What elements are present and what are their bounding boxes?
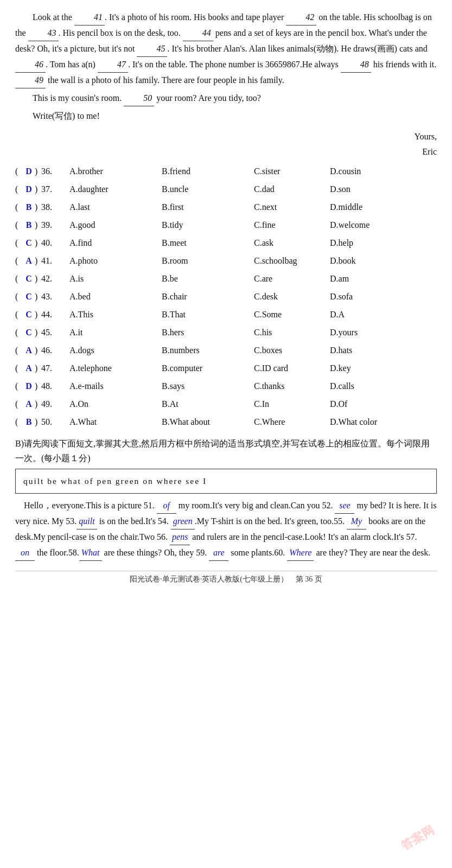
answer-row: ( C ) 43. A.bed B.chair C.desk D.sofa: [15, 288, 437, 305]
blank-59: are: [209, 545, 228, 561]
option-c: C.sister: [254, 163, 330, 180]
paren-right: ): [35, 288, 40, 305]
option-c: C.Where: [254, 413, 330, 431]
paren-right: ): [35, 378, 40, 395]
option-c: C.Some: [254, 306, 330, 323]
passage-paragraph-2: This is my cousin's room. 50 your room? …: [15, 91, 437, 106]
option-a: A.What: [69, 413, 162, 431]
option-c: C.boxes: [254, 342, 330, 359]
paren-left: (: [15, 413, 23, 431]
answer-letter: A: [23, 395, 35, 413]
option-d: D.book: [330, 252, 356, 270]
answer-row: ( C ) 45. A.it B.hers C.his D.yours: [15, 324, 437, 341]
paren-right: ): [35, 234, 40, 252]
option-b: B.first: [162, 199, 254, 216]
signature: Yours,: [15, 129, 437, 144]
paren-left: (: [15, 360, 23, 377]
option-c: C.his: [254, 324, 330, 341]
paren-right: ): [35, 181, 40, 198]
blank-45: 45: [137, 41, 167, 57]
option-d: D.help: [330, 234, 353, 252]
answer-letter: C: [23, 324, 35, 341]
option-b: B.friend: [162, 163, 254, 180]
option-d: D.welcome: [330, 216, 370, 234]
option-b: B.meet: [162, 234, 254, 252]
answer-letter: A: [23, 360, 35, 377]
option-b: B.tidy: [162, 216, 254, 234]
paren-left: (: [15, 181, 23, 198]
watermark: 答案网: [398, 822, 437, 854]
item-num: 50.: [41, 413, 69, 431]
option-b: B.What about: [162, 413, 254, 431]
section-b-passage: Hello，everyone.This is a picture 51. of …: [15, 498, 437, 561]
section-b: B)请先阅读下面短文,掌握其大意,然后用方框中所给词的适当形式填空,并写在试卷上…: [15, 436, 437, 561]
item-num: 44.: [41, 306, 69, 323]
option-b: B.hers: [162, 324, 254, 341]
item-num: 45.: [41, 324, 69, 341]
passage-section: Look at the 41 . It's a photo of his roo…: [15, 10, 437, 159]
option-a: A.telephone: [69, 360, 162, 377]
answer-row: ( A ) 41. A.photo B.room C.schoolbag D.b…: [15, 252, 437, 270]
blank-58: What: [79, 545, 102, 561]
answer-letter: A: [23, 342, 35, 359]
paren-right: ): [35, 163, 40, 180]
paren-left: (: [15, 288, 23, 305]
option-a: A.photo: [69, 252, 162, 270]
option-b: B.computer: [162, 360, 254, 377]
answer-grid: ( D ) 36. A.brother B.friend C.sister D.…: [15, 163, 437, 431]
option-b: B.room: [162, 252, 254, 270]
paren-right: ): [35, 413, 40, 431]
paren-right: ): [35, 270, 40, 288]
answer-row: ( C ) 42. A.is B.be C.are D.am: [15, 270, 437, 288]
option-a: A.last: [69, 199, 162, 216]
item-num: 36.: [41, 163, 69, 180]
option-b: B.uncle: [162, 181, 254, 198]
blank-56: pens: [170, 529, 190, 545]
option-d: D.am: [330, 270, 349, 288]
answer-letter: C: [23, 288, 35, 305]
option-d: D.calls: [330, 378, 354, 395]
option-c: C.fine: [254, 216, 330, 234]
answer-letter: C: [23, 306, 35, 323]
option-d: D.Of: [330, 395, 347, 413]
option-a: A.This: [69, 306, 162, 323]
blank-54: green: [171, 514, 195, 529]
answer-row: ( B ) 50. A.What B.What about C.Where D.…: [15, 413, 437, 431]
option-d: D.What color: [330, 413, 377, 431]
paren-left: (: [15, 234, 23, 252]
paren-left: (: [15, 216, 23, 234]
answer-letter: D: [23, 181, 35, 198]
option-b: B.says: [162, 378, 254, 395]
option-b: B.be: [162, 270, 254, 288]
option-a: A.bed: [69, 288, 162, 305]
blank-46: 46: [15, 57, 46, 73]
option-d: D.cousin: [330, 163, 361, 180]
answer-row: ( B ) 39. A.good B.tidy C.fine D.welcome: [15, 216, 437, 234]
paren-right: ): [35, 306, 40, 323]
blank-55: My: [347, 514, 366, 529]
section-b-title: B)请先阅读下面短文,掌握其大意,然后用方框中所给词的适当形式填空,并写在试卷上…: [15, 436, 437, 465]
paren-left: (: [15, 252, 23, 270]
option-d: D.sofa: [330, 288, 353, 305]
footer: 阳光试卷·单元测试卷·英语人教版(七年级上册） 第 36 页: [15, 571, 437, 584]
option-c: C.are: [254, 270, 330, 288]
option-c: C.ID card: [254, 360, 330, 377]
blank-47: 47: [98, 57, 128, 73]
paren-left: (: [15, 270, 23, 288]
option-a: A.is: [69, 270, 162, 288]
item-num: 41.: [41, 252, 69, 270]
answer-row: ( D ) 37. A.daughter B.uncle C.dad D.son: [15, 181, 437, 198]
blank-53: quilt: [77, 514, 97, 529]
option-a: A.find: [69, 234, 162, 252]
answer-letter: C: [23, 234, 35, 252]
answer-letter: B: [23, 413, 35, 431]
blank-50: 50: [124, 91, 154, 106]
option-a: A.it: [69, 324, 162, 341]
item-num: 40.: [41, 234, 69, 252]
item-num: 49.: [41, 395, 69, 413]
paren-right: ): [35, 216, 40, 234]
paren-left: (: [15, 395, 23, 413]
paren-right: ): [35, 252, 40, 270]
author-name: Eric: [15, 144, 437, 159]
option-d: D.A: [330, 306, 345, 323]
